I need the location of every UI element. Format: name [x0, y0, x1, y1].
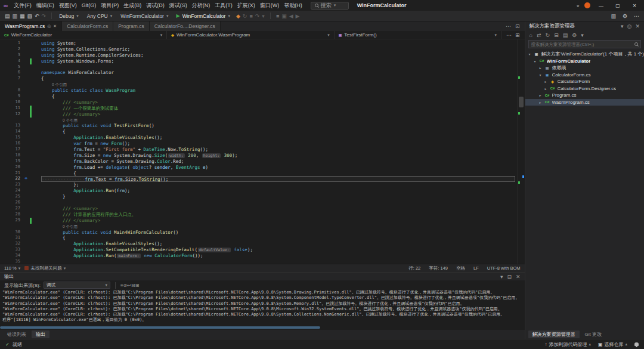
code-line[interactable]: 15 Application.EnableVisualStyles();	[0, 135, 517, 141]
outlining-margin[interactable]	[32, 100, 41, 106]
code-line[interactable]: 28 /// 计算器的应用程序的主入口点。	[0, 212, 517, 218]
code-line[interactable]: 3using System.Runtime.CompilerServices;	[0, 52, 517, 58]
tree-item-依赖项[interactable]: ▸▤依赖项	[525, 64, 644, 72]
select-repository-button[interactable]: ▣ 选择仓库 ▴	[598, 341, 627, 348]
split-editor-icon[interactable]: ⊞	[515, 32, 520, 38]
code-line[interactable]: 14 {	[0, 129, 517, 135]
chevron-expanded-icon[interactable]: ▾	[538, 73, 543, 77]
collapse-all-icon[interactable]: ⊟	[554, 32, 559, 38]
outlining-margin[interactable]	[32, 253, 41, 259]
breakpoint-margin[interactable]	[0, 94, 9, 100]
breakpoint-margin[interactable]	[0, 165, 9, 171]
line-indicator[interactable]: 行: 22	[408, 265, 420, 271]
output-horizontal-scrollbar[interactable]	[0, 325, 525, 330]
breakpoint-margin[interactable]	[0, 188, 9, 194]
output-log[interactable]: "WinFormCalculator.exe" (CoreCLR: clrhos…	[0, 290, 525, 325]
breakpoint-margin[interactable]	[0, 241, 9, 247]
indentation-indicator[interactable]: 空格	[456, 265, 465, 271]
code-line[interactable]: 18 frm.Size = new System.Drawing.Size(wi…	[0, 153, 517, 159]
quick-search-box[interactable]: 搜索 ▾	[311, 2, 349, 10]
breakpoint-margin[interactable]	[0, 253, 9, 259]
breadcrumb-segment-WinFormCalculator[interactable]: C#WinFormCalculator▾	[0, 31, 167, 39]
breakpoint-margin[interactable]	[0, 123, 9, 129]
show-all-files-icon[interactable]: ▤	[563, 32, 568, 38]
code-line[interactable]: 29 /// </summary>	[0, 218, 517, 224]
breadcrumb-segment-WinFormCalculator.WasmProgram[interactable]: ◆WinFormCalculator.WasmProgram▾	[167, 31, 334, 39]
outlining-margin[interactable]	[32, 182, 41, 188]
outlining-margin[interactable]	[32, 88, 41, 94]
split-window-icon[interactable]: ⊡	[515, 23, 520, 29]
editor-vertical-scrollbar[interactable]	[517, 39, 525, 264]
breakpoint-margin[interactable]	[0, 230, 9, 236]
outlining-margin[interactable]	[32, 247, 41, 253]
outlining-margin[interactable]	[32, 82, 41, 88]
refresh-icon[interactable]: ↻	[546, 32, 550, 38]
breakpoint-margin[interactable]	[0, 171, 9, 177]
breakpoint-margin[interactable]	[0, 247, 9, 253]
code-line[interactable]: 34 Application.Run(mainForm: new Calcula…	[0, 253, 517, 259]
menu-item-测试(S)[interactable]: 测试(S)	[167, 2, 190, 9]
breakpoint-margin[interactable]	[0, 182, 9, 188]
code-line[interactable]: 31 {	[0, 235, 517, 241]
tab-Program.cs[interactable]: Program.cs	[113, 21, 149, 31]
more-tabs-icon[interactable]: ⋯	[506, 23, 511, 29]
breakpoint-margin[interactable]	[0, 58, 9, 64]
pin-icon[interactable]: ◎	[627, 23, 632, 29]
breakpoint-margin[interactable]	[0, 41, 9, 47]
codelens-references[interactable]: 0 个引用	[41, 224, 78, 230]
breakpoint-margin[interactable]	[0, 259, 9, 264]
menu-item-生成(B)[interactable]: 生成(B)	[121, 2, 144, 9]
breakpoint-margin[interactable]	[0, 82, 9, 88]
breakpoint-margin[interactable]	[0, 88, 9, 94]
close-icon[interactable]: ✕	[516, 274, 521, 280]
outlining-margin[interactable]	[32, 118, 41, 123]
menu-item-项目(P)[interactable]: 项目(P)	[98, 2, 121, 9]
breakpoint-margin[interactable]	[0, 206, 9, 212]
save-all-icon[interactable]: ▧	[26, 13, 34, 19]
codelens-references[interactable]: 0 个引用	[41, 82, 67, 88]
tab-CalculatorForm.cs[interactable]: CalculatorForm.cs	[62, 21, 113, 31]
solution-search-box[interactable]	[528, 40, 641, 48]
outlining-margin[interactable]	[32, 135, 41, 141]
outlining-margin[interactable]	[32, 159, 41, 165]
panel-tab-输出[interactable]: 输出	[32, 331, 49, 338]
code-line[interactable]: 5	[0, 64, 517, 70]
code-editor[interactable]: 1using System;2using System.Collections.…	[0, 39, 525, 264]
outlining-margin[interactable]	[32, 64, 41, 70]
solution-configuration-dropdown[interactable]: Debug▾	[56, 13, 82, 20]
step-over-icon[interactable]: ↷	[254, 13, 261, 19]
outlining-margin[interactable]	[32, 70, 41, 76]
solution-platform-dropdown[interactable]: Any CPU▾	[84, 13, 115, 20]
code-line[interactable]: 9 {	[0, 94, 517, 100]
zoom-dropdown[interactable]: 110 %▾	[4, 265, 20, 271]
properties-icon[interactable]: ⚙	[572, 32, 577, 38]
find-in-files-icon[interactable]: ≡	[275, 13, 280, 19]
minimize-button[interactable]: —	[595, 3, 607, 8]
tree-item-CalculatorForm[interactable]: ▸◆CalculatorForm	[525, 78, 644, 85]
solution-search-input[interactable]	[531, 42, 632, 47]
undo-icon[interactable]: ↶	[33, 13, 41, 19]
outlining-margin[interactable]	[32, 106, 41, 112]
code-line[interactable]: 23 };	[0, 182, 517, 188]
outlining-margin[interactable]	[32, 188, 41, 194]
code-line[interactable]: 6namespace WinFormCalculator	[0, 70, 517, 76]
outlining-margin[interactable]	[32, 171, 41, 177]
add-to-source-control-button[interactable]: ↑ 添加到源代码管理 ▴	[544, 341, 591, 348]
code-line[interactable]: 1using System;	[0, 41, 517, 47]
code-line[interactable]: 32 Application.EnableVisualStyles();	[0, 241, 517, 247]
outlining-margin[interactable]	[32, 147, 41, 153]
tree-item-WasmProgram.cs[interactable]: ▸C#WasmProgram.cs	[525, 99, 644, 106]
tab-WasmProgram.cs[interactable]: WasmProgram.cs◎✕	[0, 21, 62, 31]
outlining-margin[interactable]	[32, 141, 41, 147]
breakpoint-margin[interactable]	[0, 76, 9, 82]
menu-item-帮助(H)[interactable]: 帮助(H)	[281, 2, 305, 9]
outlining-margin[interactable]	[32, 218, 41, 224]
new-file-icon[interactable]: ▤	[4, 13, 11, 19]
outlining-margin[interactable]	[32, 165, 41, 171]
breakpoint-margin[interactable]	[0, 159, 9, 165]
column-indicator[interactable]: 字符: 149	[429, 265, 448, 271]
menu-item-调试(D)[interactable]: 调试(D)	[144, 2, 167, 9]
breakpoint-margin[interactable]	[0, 235, 9, 241]
outlining-margin[interactable]	[32, 153, 41, 159]
breakpoint-margin[interactable]	[0, 118, 9, 123]
